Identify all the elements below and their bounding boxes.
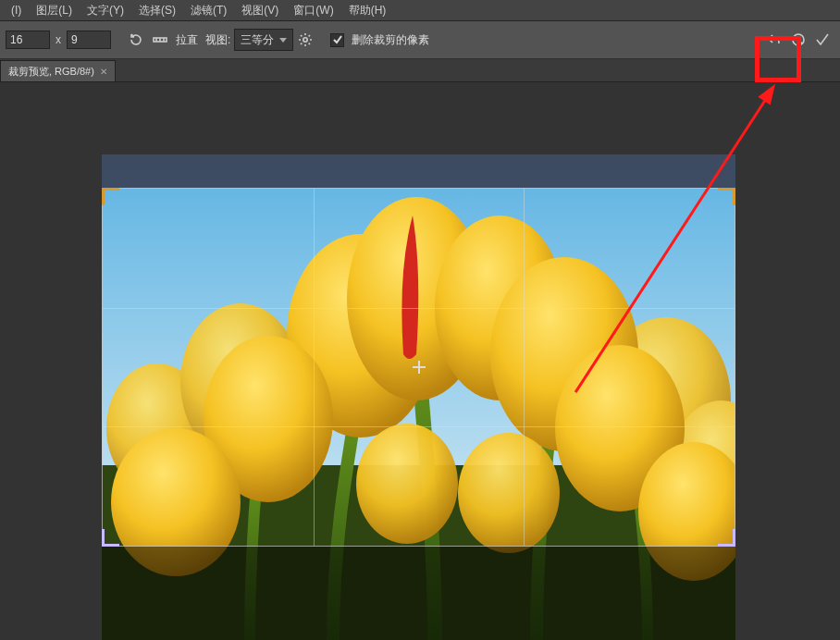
menu-filter[interactable]: 滤镜(T) (183, 3, 234, 18)
menu-bar: (I) 图层(L) 文字(Y) 选择(S) 滤镜(T) 视图(V) 窗口(W) … (0, 0, 840, 21)
menu-select[interactable]: 选择(S) (131, 3, 183, 18)
crop-handle-tl[interactable] (102, 188, 119, 205)
overlay-view-value: 三等分 (241, 32, 274, 48)
chevron-down-icon (279, 38, 287, 43)
crop-height-input[interactable] (67, 31, 111, 49)
delete-pixels-label: 删除裁剪的像素 (352, 32, 429, 48)
gear-icon[interactable] (295, 30, 315, 50)
crop-handle-br[interactable] (718, 529, 735, 547)
crop-width-input[interactable] (6, 31, 50, 49)
document-tab[interactable]: 裁剪预览, RGB/8#) ✕ (0, 60, 116, 81)
grid-line (314, 189, 315, 546)
crop-handle-tr[interactable] (718, 188, 735, 205)
ratio-x-label: x (56, 33, 61, 46)
grid-line (103, 426, 735, 427)
menu-text[interactable]: 文字(Y) (80, 3, 131, 18)
svg-point-1 (303, 38, 307, 42)
document-canvas[interactable] (102, 154, 735, 640)
overlay-view-select[interactable]: 三等分 (234, 29, 293, 51)
view-label: 视图: (205, 32, 230, 48)
annotation-highlight-box (755, 36, 801, 82)
reset-icon[interactable] (126, 30, 146, 50)
canvas-area[interactable] (0, 82, 840, 640)
delete-pixels-checkbox[interactable] (330, 33, 344, 47)
menu-view[interactable]: 视图(V) (234, 3, 286, 18)
close-icon[interactable]: ✕ (100, 67, 107, 77)
straighten-label: 拉直 (176, 32, 198, 48)
menu-image[interactable]: (I) (4, 4, 29, 17)
menu-window[interactable]: 窗口(W) (286, 3, 340, 18)
crop-center-cursor (413, 361, 426, 374)
crop-rectangle[interactable] (102, 188, 735, 547)
commit-icon[interactable] (812, 30, 833, 50)
menu-help[interactable]: 帮助(H) (341, 3, 394, 18)
grid-line (524, 189, 525, 546)
crop-shade-bottom (102, 547, 735, 640)
crop-handle-bl[interactable] (102, 529, 119, 547)
document-tab-title: 裁剪预览, RGB/8#) (8, 65, 94, 79)
document-tab-bar: 裁剪预览, RGB/8#) ✕ (0, 59, 840, 82)
grid-line (103, 308, 735, 309)
straighten-icon[interactable] (150, 30, 170, 50)
crop-options-bar: x 拉直 视图: 三等分 删除裁剪的像素 (0, 21, 840, 59)
menu-layer[interactable]: 图层(L) (29, 3, 80, 18)
